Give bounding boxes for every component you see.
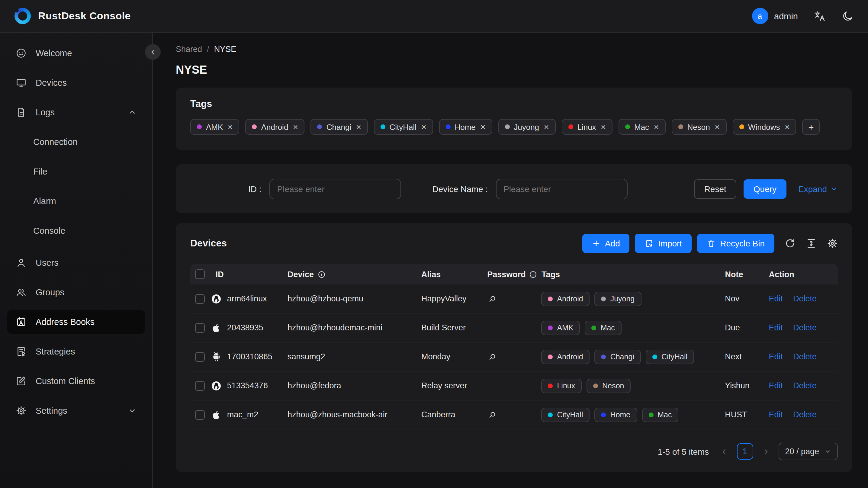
add-device-button[interactable]: Add (583, 234, 630, 253)
device-name-filter-input[interactable] (496, 179, 627, 199)
tags-card-title: Tags (190, 98, 838, 109)
info-icon[interactable] (529, 270, 537, 278)
table-row: mac_m2 hzhou@zhous-macbook-air Canberra … (190, 400, 838, 429)
sidebar-item-file[interactable]: File (7, 159, 145, 184)
remove-tag-icon[interactable]: × (293, 123, 298, 131)
tag-chip[interactable]: Neson× (672, 119, 726, 135)
sidebar-item-strategies[interactable]: Strategies (7, 339, 145, 364)
row-checkbox[interactable] (195, 294, 205, 304)
user-menu[interactable]: a admin (752, 8, 798, 24)
dark-mode-toggle-icon[interactable] (841, 10, 854, 22)
tag-chip: Changi (595, 349, 641, 364)
sidebar-item-address-books[interactable]: Address Books (7, 310, 145, 334)
import-button[interactable]: Import (635, 234, 692, 253)
sidebar-item-settings[interactable]: Settings (7, 399, 145, 423)
tag-chip[interactable]: CityHall× (374, 119, 433, 135)
remove-tag-icon[interactable]: × (544, 123, 549, 131)
page-number-button[interactable]: 1 (737, 443, 753, 460)
remove-tag-icon[interactable]: × (480, 123, 485, 131)
remove-tag-icon[interactable]: × (654, 123, 659, 131)
edit-link[interactable]: Edit (769, 294, 783, 303)
remove-tag-icon[interactable]: × (785, 123, 790, 131)
view-password-icon[interactable] (488, 410, 497, 420)
breadcrumb-parent[interactable]: Shared (176, 45, 202, 54)
column-tags: Tags (541, 270, 725, 279)
select-all-checkbox[interactable] (195, 269, 205, 279)
delete-link[interactable]: Delete (793, 323, 817, 332)
tag-chip[interactable]: Windows× (733, 119, 797, 135)
tag-chip[interactable]: Juyong× (498, 119, 555, 135)
tag-label: Mac (634, 122, 649, 131)
tag-chip[interactable]: AMK× (190, 119, 240, 135)
remove-tag-icon[interactable]: × (715, 123, 720, 131)
monitor-icon (16, 77, 27, 88)
tag-chip[interactable]: Mac× (619, 119, 665, 135)
sidebar-collapse-button[interactable] (145, 44, 161, 60)
tag-color-dot (445, 124, 450, 129)
remove-tag-icon[interactable]: × (228, 123, 232, 131)
info-icon[interactable] (317, 270, 325, 278)
refresh-icon[interactable] (785, 238, 796, 249)
row-checkbox[interactable] (195, 352, 205, 362)
apple-os-icon (211, 409, 222, 420)
device-id: arm64linux (227, 294, 267, 303)
page-size-select[interactable]: 20 / page (778, 443, 838, 460)
translate-icon[interactable] (814, 10, 826, 22)
tag-color-dot (625, 124, 630, 129)
sidebar-item-users[interactable]: Users (7, 251, 145, 275)
tag-chip: AMK (541, 321, 580, 335)
users-group-icon (16, 287, 27, 298)
next-page-icon[interactable] (762, 447, 770, 456)
chevron-up-icon (128, 108, 136, 117)
add-tag-button[interactable]: + (803, 119, 820, 135)
row-checkbox[interactable] (195, 323, 205, 333)
delete-link[interactable]: Delete (793, 410, 817, 419)
tag-label: Changi (327, 122, 351, 131)
edit-link[interactable]: Edit (769, 410, 783, 419)
device-alias: Monday (421, 352, 488, 361)
view-password-icon[interactable] (488, 352, 497, 362)
query-button[interactable]: Query (744, 179, 786, 199)
tag-chip[interactable]: Home× (439, 119, 492, 135)
view-password-icon[interactable] (488, 294, 497, 304)
device-name: sansumg2 (287, 352, 421, 361)
sidebar-item-console[interactable]: Console (7, 219, 145, 243)
sidebar-item-alarm[interactable]: Alarm (7, 189, 145, 213)
reset-button[interactable]: Reset (694, 179, 737, 199)
sidebar-item-custom-clients[interactable]: Custom Clients (7, 369, 145, 393)
app-title: RustDesk Console (38, 10, 131, 22)
tag-chip[interactable]: Linux× (561, 119, 613, 135)
table-settings-gear-icon[interactable] (827, 238, 838, 249)
tag-chip[interactable]: Changi× (311, 119, 368, 135)
delete-link[interactable]: Delete (793, 381, 817, 390)
sidebar-item-connection[interactable]: Connection (7, 130, 145, 154)
trash-icon (707, 239, 716, 248)
remove-tag-icon[interactable]: × (356, 123, 361, 131)
avatar[interactable]: a (752, 8, 768, 24)
sidebar-item-logs[interactable]: Logs (7, 100, 145, 124)
recycle-bin-button[interactable]: Recycle Bin (697, 234, 774, 253)
remove-tag-icon[interactable]: × (601, 123, 606, 131)
sidebar-item-welcome[interactable]: Welcome (7, 41, 145, 65)
id-filter-input[interactable] (270, 179, 401, 199)
row-checkbox[interactable] (195, 410, 205, 420)
row-height-icon[interactable] (806, 238, 817, 249)
tag-label: CityHall (390, 122, 417, 131)
apple-os-icon (211, 322, 222, 333)
edit-link[interactable]: Edit (769, 381, 783, 390)
edit-link[interactable]: Edit (769, 323, 783, 332)
sidebar-item-groups[interactable]: Groups (7, 280, 145, 304)
device-name: hzhou@zhous-macbook-air (287, 410, 421, 419)
delete-link[interactable]: Delete (793, 352, 817, 361)
previous-page-icon[interactable] (720, 447, 728, 456)
edit-link[interactable]: Edit (769, 352, 783, 361)
delete-link[interactable]: Delete (793, 294, 817, 303)
tag-chip[interactable]: Android× (246, 119, 305, 135)
sidebar-item-devices[interactable]: Devices (7, 71, 145, 95)
column-password: Password (487, 270, 541, 279)
gear-icon (16, 405, 27, 416)
expand-toggle[interactable]: Expand (798, 184, 838, 193)
row-checkbox[interactable] (195, 381, 205, 391)
remove-tag-icon[interactable]: × (421, 123, 426, 131)
device-name: hzhou@hzhou-qemu (287, 294, 421, 303)
